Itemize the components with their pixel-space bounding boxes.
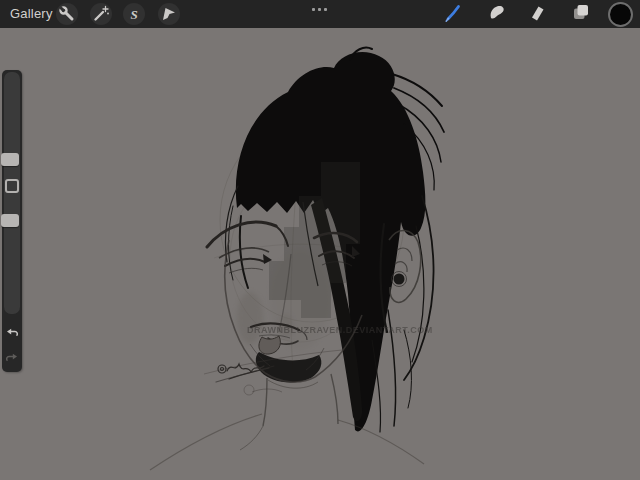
transform-arrow-icon (158, 3, 180, 25)
paintbrush-icon (442, 1, 464, 27)
actions-button[interactable] (56, 3, 78, 25)
procreate-window: DRAWNBLUZRAVEN.DEVIANTART.COM Gallery (0, 0, 640, 480)
wrench-icon (56, 3, 78, 25)
menu-dot (324, 8, 327, 11)
canvas-options-menu[interactable] (306, 5, 332, 13)
selection-button[interactable]: S (123, 3, 145, 25)
transform-button[interactable] (158, 3, 180, 25)
svg-text:S: S (130, 7, 137, 22)
redo-arrow-icon (5, 352, 19, 369)
redo-button[interactable] (5, 352, 19, 366)
watermark-text: DRAWNBLUZRAVEN.DEVIANTART.COM (247, 325, 433, 335)
adjustments-button[interactable] (90, 3, 112, 25)
magic-wand-icon (90, 3, 112, 25)
earring (394, 274, 405, 285)
undo-arrow-icon (5, 327, 19, 344)
gallery-button[interactable]: Gallery (10, 0, 53, 28)
brush-opacity-slider[interactable] (1, 214, 19, 227)
selection-s-icon: S (123, 3, 145, 25)
smudge-icon (486, 1, 508, 27)
menu-dot (312, 8, 315, 11)
smudge-tool-button[interactable] (486, 3, 508, 25)
top-toolbar: Gallery S (0, 0, 640, 28)
slider-track (4, 72, 20, 314)
layers-button[interactable] (570, 3, 592, 25)
eraser-icon (526, 1, 548, 27)
paint-tool-button[interactable] (442, 3, 464, 25)
modify-button[interactable] (5, 179, 19, 193)
menu-dot (318, 8, 321, 11)
erase-tool-button[interactable] (526, 3, 548, 25)
brush-size-slider[interactable] (1, 153, 19, 166)
sidebar (2, 70, 22, 372)
undo-button[interactable] (5, 327, 19, 341)
color-swatch[interactable] (608, 2, 633, 27)
layers-icon (570, 1, 592, 27)
canvas[interactable]: DRAWNBLUZRAVEN.DEVIANTART.COM (0, 28, 640, 480)
